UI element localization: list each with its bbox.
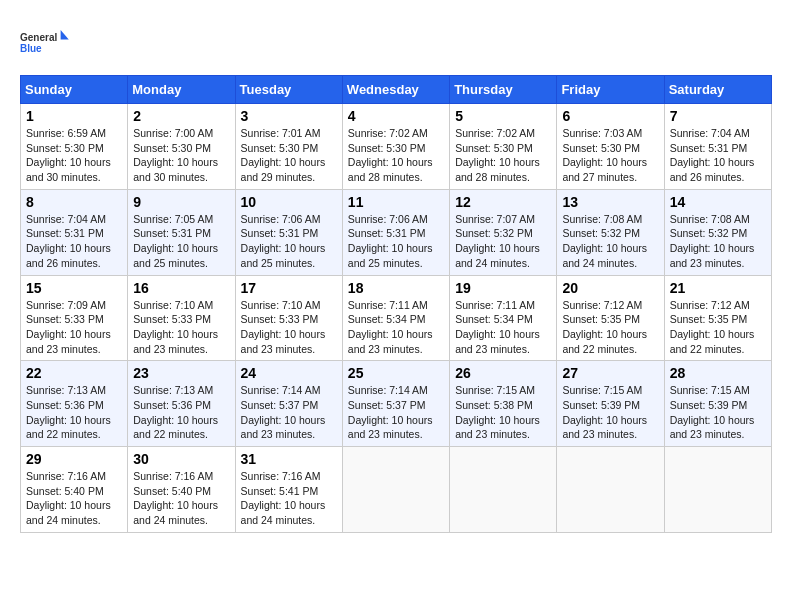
day-cell: [342, 447, 449, 533]
day-info: Sunrise: 7:09 AMSunset: 5:33 PMDaylight:…: [26, 299, 111, 355]
day-info: Sunrise: 7:13 AMSunset: 5:36 PMDaylight:…: [26, 384, 111, 440]
day-cell: 9 Sunrise: 7:05 AMSunset: 5:31 PMDayligh…: [128, 189, 235, 275]
day-info: Sunrise: 6:59 AMSunset: 5:30 PMDaylight:…: [26, 127, 111, 183]
day-info: Sunrise: 7:14 AMSunset: 5:37 PMDaylight:…: [241, 384, 326, 440]
day-number: 28: [670, 365, 766, 381]
day-cell: 3 Sunrise: 7:01 AMSunset: 5:30 PMDayligh…: [235, 104, 342, 190]
day-info: Sunrise: 7:12 AMSunset: 5:35 PMDaylight:…: [670, 299, 755, 355]
day-cell: 4 Sunrise: 7:02 AMSunset: 5:30 PMDayligh…: [342, 104, 449, 190]
col-header-tuesday: Tuesday: [235, 76, 342, 104]
day-cell: 27 Sunrise: 7:15 AMSunset: 5:39 PMDaylig…: [557, 361, 664, 447]
col-header-thursday: Thursday: [450, 76, 557, 104]
day-info: Sunrise: 7:13 AMSunset: 5:36 PMDaylight:…: [133, 384, 218, 440]
day-number: 1: [26, 108, 122, 124]
week-row-1: 1 Sunrise: 6:59 AMSunset: 5:30 PMDayligh…: [21, 104, 772, 190]
day-number: 30: [133, 451, 229, 467]
day-number: 15: [26, 280, 122, 296]
day-number: 31: [241, 451, 337, 467]
day-info: Sunrise: 7:01 AMSunset: 5:30 PMDaylight:…: [241, 127, 326, 183]
day-info: Sunrise: 7:16 AMSunset: 5:40 PMDaylight:…: [133, 470, 218, 526]
day-number: 10: [241, 194, 337, 210]
day-cell: [450, 447, 557, 533]
col-header-saturday: Saturday: [664, 76, 771, 104]
day-number: 9: [133, 194, 229, 210]
week-row-5: 29 Sunrise: 7:16 AMSunset: 5:40 PMDaylig…: [21, 447, 772, 533]
day-info: Sunrise: 7:10 AMSunset: 5:33 PMDaylight:…: [241, 299, 326, 355]
svg-text:Blue: Blue: [20, 43, 42, 54]
week-row-3: 15 Sunrise: 7:09 AMSunset: 5:33 PMDaylig…: [21, 275, 772, 361]
logo-svg: General Blue: [20, 20, 70, 65]
day-info: Sunrise: 7:02 AMSunset: 5:30 PMDaylight:…: [455, 127, 540, 183]
day-number: 24: [241, 365, 337, 381]
day-cell: 21 Sunrise: 7:12 AMSunset: 5:35 PMDaylig…: [664, 275, 771, 361]
day-cell: [664, 447, 771, 533]
day-cell: 22 Sunrise: 7:13 AMSunset: 5:36 PMDaylig…: [21, 361, 128, 447]
calendar-table: SundayMondayTuesdayWednesdayThursdayFrid…: [20, 75, 772, 533]
day-cell: 17 Sunrise: 7:10 AMSunset: 5:33 PMDaylig…: [235, 275, 342, 361]
day-cell: 26 Sunrise: 7:15 AMSunset: 5:38 PMDaylig…: [450, 361, 557, 447]
day-number: 5: [455, 108, 551, 124]
day-number: 16: [133, 280, 229, 296]
day-info: Sunrise: 7:11 AMSunset: 5:34 PMDaylight:…: [455, 299, 540, 355]
day-info: Sunrise: 7:15 AMSunset: 5:38 PMDaylight:…: [455, 384, 540, 440]
day-number: 11: [348, 194, 444, 210]
day-number: 4: [348, 108, 444, 124]
day-info: Sunrise: 7:16 AMSunset: 5:40 PMDaylight:…: [26, 470, 111, 526]
day-cell: 8 Sunrise: 7:04 AMSunset: 5:31 PMDayligh…: [21, 189, 128, 275]
day-number: 22: [26, 365, 122, 381]
day-number: 21: [670, 280, 766, 296]
col-header-sunday: Sunday: [21, 76, 128, 104]
day-cell: 5 Sunrise: 7:02 AMSunset: 5:30 PMDayligh…: [450, 104, 557, 190]
week-row-4: 22 Sunrise: 7:13 AMSunset: 5:36 PMDaylig…: [21, 361, 772, 447]
day-number: 23: [133, 365, 229, 381]
day-cell: 2 Sunrise: 7:00 AMSunset: 5:30 PMDayligh…: [128, 104, 235, 190]
day-number: 6: [562, 108, 658, 124]
day-cell: 11 Sunrise: 7:06 AMSunset: 5:31 PMDaylig…: [342, 189, 449, 275]
day-info: Sunrise: 7:08 AMSunset: 5:32 PMDaylight:…: [562, 213, 647, 269]
day-info: Sunrise: 7:04 AMSunset: 5:31 PMDaylight:…: [26, 213, 111, 269]
day-number: 2: [133, 108, 229, 124]
day-info: Sunrise: 7:11 AMSunset: 5:34 PMDaylight:…: [348, 299, 433, 355]
day-info: Sunrise: 7:00 AMSunset: 5:30 PMDaylight:…: [133, 127, 218, 183]
header: General Blue: [20, 20, 772, 65]
day-info: Sunrise: 7:10 AMSunset: 5:33 PMDaylight:…: [133, 299, 218, 355]
day-info: Sunrise: 7:07 AMSunset: 5:32 PMDaylight:…: [455, 213, 540, 269]
day-number: 29: [26, 451, 122, 467]
day-cell: 16 Sunrise: 7:10 AMSunset: 5:33 PMDaylig…: [128, 275, 235, 361]
day-cell: [557, 447, 664, 533]
day-cell: 20 Sunrise: 7:12 AMSunset: 5:35 PMDaylig…: [557, 275, 664, 361]
day-info: Sunrise: 7:08 AMSunset: 5:32 PMDaylight:…: [670, 213, 755, 269]
day-info: Sunrise: 7:02 AMSunset: 5:30 PMDaylight:…: [348, 127, 433, 183]
day-number: 20: [562, 280, 658, 296]
day-info: Sunrise: 7:16 AMSunset: 5:41 PMDaylight:…: [241, 470, 326, 526]
day-info: Sunrise: 7:15 AMSunset: 5:39 PMDaylight:…: [562, 384, 647, 440]
day-info: Sunrise: 7:06 AMSunset: 5:31 PMDaylight:…: [348, 213, 433, 269]
day-info: Sunrise: 7:04 AMSunset: 5:31 PMDaylight:…: [670, 127, 755, 183]
day-cell: 7 Sunrise: 7:04 AMSunset: 5:31 PMDayligh…: [664, 104, 771, 190]
day-info: Sunrise: 7:14 AMSunset: 5:37 PMDaylight:…: [348, 384, 433, 440]
day-cell: 15 Sunrise: 7:09 AMSunset: 5:33 PMDaylig…: [21, 275, 128, 361]
day-cell: 29 Sunrise: 7:16 AMSunset: 5:40 PMDaylig…: [21, 447, 128, 533]
day-info: Sunrise: 7:15 AMSunset: 5:39 PMDaylight:…: [670, 384, 755, 440]
day-cell: 10 Sunrise: 7:06 AMSunset: 5:31 PMDaylig…: [235, 189, 342, 275]
day-number: 14: [670, 194, 766, 210]
day-number: 25: [348, 365, 444, 381]
svg-marker-2: [61, 30, 69, 39]
day-cell: 13 Sunrise: 7:08 AMSunset: 5:32 PMDaylig…: [557, 189, 664, 275]
day-cell: 19 Sunrise: 7:11 AMSunset: 5:34 PMDaylig…: [450, 275, 557, 361]
day-cell: 28 Sunrise: 7:15 AMSunset: 5:39 PMDaylig…: [664, 361, 771, 447]
day-cell: 14 Sunrise: 7:08 AMSunset: 5:32 PMDaylig…: [664, 189, 771, 275]
col-header-wednesday: Wednesday: [342, 76, 449, 104]
day-info: Sunrise: 7:06 AMSunset: 5:31 PMDaylight:…: [241, 213, 326, 269]
svg-text:General: General: [20, 32, 57, 43]
logo: General Blue: [20, 20, 70, 65]
day-number: 7: [670, 108, 766, 124]
day-cell: 1 Sunrise: 6:59 AMSunset: 5:30 PMDayligh…: [21, 104, 128, 190]
day-cell: 30 Sunrise: 7:16 AMSunset: 5:40 PMDaylig…: [128, 447, 235, 533]
week-row-2: 8 Sunrise: 7:04 AMSunset: 5:31 PMDayligh…: [21, 189, 772, 275]
col-header-monday: Monday: [128, 76, 235, 104]
day-cell: 24 Sunrise: 7:14 AMSunset: 5:37 PMDaylig…: [235, 361, 342, 447]
day-cell: 18 Sunrise: 7:11 AMSunset: 5:34 PMDaylig…: [342, 275, 449, 361]
day-number: 19: [455, 280, 551, 296]
day-cell: 23 Sunrise: 7:13 AMSunset: 5:36 PMDaylig…: [128, 361, 235, 447]
